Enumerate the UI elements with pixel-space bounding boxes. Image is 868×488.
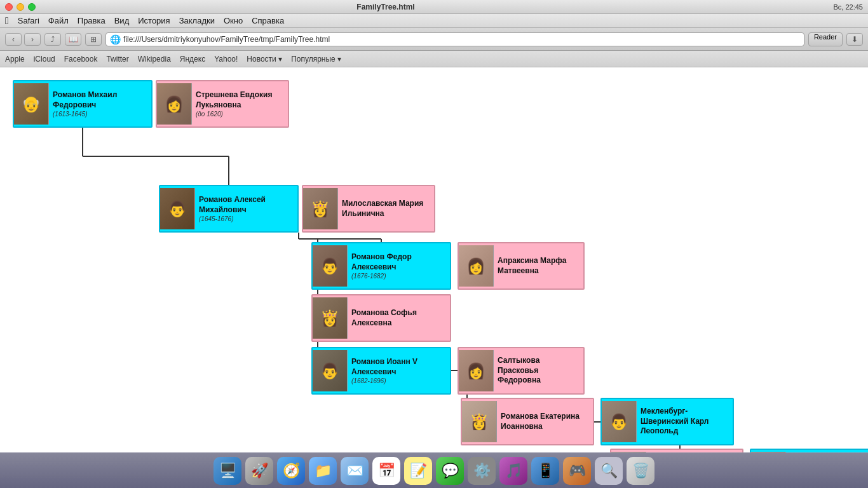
dock-launchpad[interactable]: 🚀 [245,457,273,485]
bookmark-icloud[interactable]: iCloud [34,55,55,64]
photo-sofya: 👸 [313,297,348,339]
info-mikhail: Романов Михаил Федорович (1613-1645) [49,88,151,119]
menubar:  Safari Файл Правка Вид История Закладк… [0,14,868,28]
maximize-button[interactable] [28,3,36,11]
content-area: 👴 Романов Михаил Федорович (1613-1645) 👩… [0,67,868,452]
photo-fedor: 👨 [313,245,348,287]
bookmark-yahoo[interactable]: Yahoo! [214,55,238,64]
dock-notes[interactable]: 📝 [404,457,432,485]
person-saltykova[interactable]: 👩 Салтыкова Прасковья Федоровна [458,347,585,395]
info-ekaterina: Романова Екатерина Иоанновна [497,409,593,434]
toolbar: ‹ › ⤴ 📖 ⊞ 🌐 file:///Users/dmitriykonyuho… [0,28,868,51]
dates-mikhail: (1613-1645) [53,111,147,118]
dock-itunes[interactable]: 🎵 [499,457,527,485]
family-tree: 👴 Романов Михаил Федорович (1613-1645) 👩… [6,74,864,452]
photo-saltykova: 👩 [459,350,494,391]
person-mecklenburg[interactable]: 👨 Мекленбург-Шверинский Карл Леопольд [600,398,734,445]
grid-button[interactable]: ⊞ [85,33,102,46]
bookmark-wikipedia[interactable]: Wikipedia [138,55,171,64]
person-mikhail[interactable]: 👴 Романов Михаил Федорович (1613-1645) [13,80,153,128]
apple-menu[interactable]:  [5,15,9,27]
person-apraksina[interactable]: 👩 Апраксина Марфа Матвеевна [458,242,585,290]
dock-safari[interactable]: 🧭 [277,457,305,485]
photo-mecklenburg: 👨 [602,401,637,442]
bookmark-yandex[interactable]: Яндекс [180,55,205,64]
traffic-lights[interactable] [5,3,36,11]
dock-trash[interactable]: 🗑️ [627,457,654,485]
info-miloslav: Милославская Мария Ильинична [338,196,434,221]
dock-finder[interactable]: 🖥️ [214,457,241,485]
dock: 🖥️ 🚀 🧭 📁 ✉️ 📅 📝 💬 ⚙️ 🎵 📱 🎮 🔍 🗑️ [0,452,868,488]
dates-alexei: (1645-1676) [199,215,294,222]
photo-ioann: 👨 [313,350,348,391]
menu-history[interactable]: История [138,16,170,25]
titlebar: FamilyTree.html Вс, 22:45 [0,0,868,14]
name-alexei: Романов Алексей Михайлович [199,195,294,215]
bookmark-popular[interactable]: Популярные ▾ [291,55,341,64]
window-title: FamilyTree.html [36,3,736,11]
menu-safari[interactable]: Safari [18,16,39,25]
dock-mail[interactable]: ✉️ [341,457,369,485]
globe-icon: 🌐 [110,34,121,44]
dock-game[interactable]: 🎮 [563,457,591,485]
person-fedor[interactable]: 👨 Романов Федор Алексеевич (1676-1682) [311,242,451,290]
person-ioann[interactable]: 👨 Романов Иоанн V Алексеевич (1682-1696) [311,347,451,395]
bookmark-news[interactable]: Новости ▾ [247,55,282,64]
titlebar-right: Вс, 22:45 [736,3,863,11]
name-mikhail: Романов Михаил Федорович [53,90,147,110]
menu-view[interactable]: Вид [114,16,130,25]
dock-appstore[interactable]: 📱 [531,457,559,485]
address-bar[interactable]: 🌐 file:///Users/dmitriykonyuhov/FamilyTr… [105,32,804,46]
photo-stresheva: 👩 [157,83,192,125]
name-fedor: Романов Федор Алексеевич [351,252,446,272]
info-sofya: Романова Софья Алексевна [348,306,450,330]
person-sofya[interactable]: 👸 Романова Софья Алексевна [311,294,451,342]
menu-edit[interactable]: Правка [78,16,105,25]
forward-button[interactable]: › [24,33,41,46]
downloads-button[interactable]: ⬇ [846,33,863,46]
info-mecklenburg: Мекленбург-Шверинский Карл Леопольд [637,404,733,439]
menu-bookmarks[interactable]: Закладки [179,16,215,25]
menu-window[interactable]: Окно [224,16,243,25]
info-alexei: Романов Алексей Михайлович (1645-1676) [195,193,297,224]
dock-spotlight[interactable]: 🔍 [595,457,623,485]
menu-file[interactable]: Файл [48,16,69,25]
name-stresheva: Стрешнева Евдокия Лукьяновна [196,90,284,110]
person-miloslav[interactable]: 👸 Милославская Мария Ильинична [302,185,435,233]
minimize-button[interactable] [17,3,24,11]
menu-help[interactable]: Справка [252,16,284,25]
photo-miloslav: 👸 [303,188,338,229]
photo-ekaterina: 👸 [462,401,497,442]
info-saltykova: Салтыкова Прасковья Федоровна [494,353,583,388]
info-apraksina: Апраксина Марфа Матвеевна [494,254,583,278]
bookmark-twitter[interactable]: Twitter [106,55,128,64]
bookmark-facebook[interactable]: Facebook [64,55,98,64]
person-ekaterina[interactable]: 👸 Романова Екатерина Иоанновна [461,398,594,445]
person-stresheva[interactable]: 👩 Стрешнева Евдокия Лукьяновна (до 1620) [156,80,289,128]
address-text[interactable]: file:///Users/dmitriykonyuhov/FamilyTree… [123,35,800,44]
bookmark-apple[interactable]: Apple [5,55,25,64]
name-ekaterina: Романова Екатерина Иоанновна [501,412,589,431]
share-button[interactable]: ⤴ [44,33,61,46]
dock-calendar[interactable]: 📅 [372,457,400,485]
dock-messages[interactable]: 💬 [436,457,464,485]
info-fedor: Романов Федор Алексеевич (1676-1682) [348,250,450,281]
name-apraksina: Апраксина Марфа Матвеевна [498,256,580,276]
time-display: Вс, 22:45 [834,3,863,11]
dock-systemprefs[interactable]: ⚙️ [468,457,496,485]
back-button[interactable]: ‹ [5,33,22,46]
info-ioann: Романов Иоанн V Алексеевич (1682-1696) [348,355,450,386]
info-stresheva: Стрешнева Евдокия Лукьяновна (до 1620) [192,88,288,119]
name-miloslav: Милославская Мария Ильинична [342,199,430,219]
name-ioann: Романов Иоанн V Алексеевич [351,357,446,377]
person-alexei[interactable]: 👨 Романов Алексей Михайлович (1645-1676) [159,185,299,233]
dock-files[interactable]: 📁 [309,457,337,485]
dates-fedor: (1676-1682) [351,273,446,280]
photo-alexei: 👨 [160,188,195,229]
nav-buttons: ‹ › [5,33,41,46]
close-button[interactable] [5,3,13,11]
reader-button[interactable]: Reader [808,32,843,46]
bookmarks-button[interactable]: 📖 [65,33,81,46]
dates-stresheva: (до 1620) [196,111,284,118]
name-sofya: Романова Софья Алексевна [351,308,446,328]
